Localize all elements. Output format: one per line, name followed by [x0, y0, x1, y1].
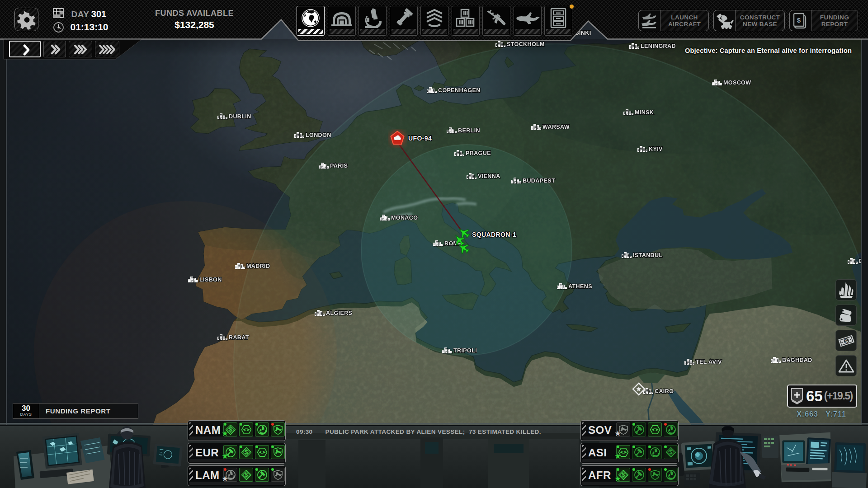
- svg-text:KYIV: KYIV: [649, 146, 663, 152]
- svg-text:BUDAPEST: BUDAPEST: [523, 178, 555, 184]
- svg-text:TRIPOLI: TRIPOLI: [453, 347, 477, 354]
- svg-text:ATHENS: ATHENS: [568, 283, 592, 290]
- svg-text:$: $: [797, 16, 801, 24]
- svg-text:RABAT: RABAT: [229, 334, 249, 341]
- svg-text:DUBLIN: DUBLIN: [229, 113, 251, 120]
- svg-text:ISTANBUL: ISTANBUL: [633, 252, 662, 258]
- svg-text:COPENHAGEN: COPENHAGEN: [438, 87, 481, 94]
- svg-text:SQUADRON-1: SQUADRON-1: [472, 231, 516, 238]
- svg-text:VIENNA: VIENNA: [478, 173, 500, 179]
- svg-text:MADRID: MADRID: [246, 263, 270, 269]
- svg-text:ALGIERS: ALGIERS: [326, 310, 352, 316]
- svg-text:WARSAW: WARSAW: [542, 124, 570, 130]
- svg-text:MINSK: MINSK: [635, 109, 654, 116]
- svg-text:MOSCOW: MOSCOW: [723, 80, 751, 86]
- svg-text:TEL AVIV: TEL AVIV: [696, 359, 722, 365]
- svg-text:PRAGUE: PRAGUE: [466, 150, 491, 156]
- svg-text:CAIRO: CAIRO: [655, 388, 674, 394]
- svg-text:MONACO: MONACO: [391, 215, 418, 221]
- svg-text:BERLIN: BERLIN: [458, 127, 480, 134]
- svg-text:LISBON: LISBON: [199, 277, 222, 283]
- svg-text:LONDON: LONDON: [306, 132, 331, 138]
- svg-text:BAGHDAD: BAGHDAD: [782, 357, 812, 363]
- svg-text:UFO-94: UFO-94: [408, 135, 432, 142]
- svg-text:PARIS: PARIS: [330, 163, 348, 169]
